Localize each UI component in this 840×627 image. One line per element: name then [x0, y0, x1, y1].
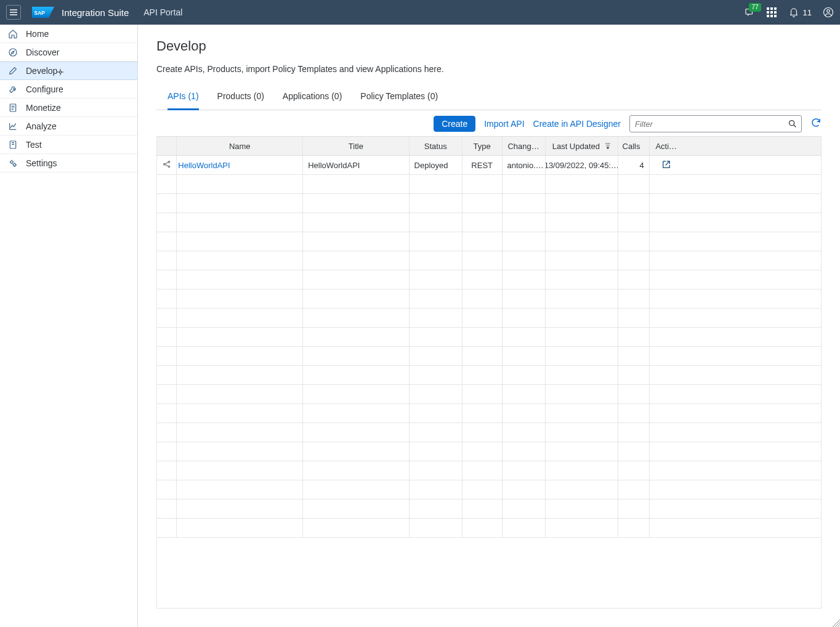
- tab-applications[interactable]: Applications (0): [283, 85, 342, 110]
- cell-name[interactable]: HelloWorldAPI: [177, 156, 303, 174]
- table-row-empty: [157, 519, 821, 538]
- col-changed-by[interactable]: Chang…: [503, 137, 546, 155]
- apps-button[interactable]: [766, 7, 777, 18]
- table-row[interactable]: HelloWorldAPI HelloWorldAPI Deployed RES…: [157, 156, 821, 175]
- col-name[interactable]: Name: [177, 137, 303, 155]
- page-title: Develop: [156, 38, 822, 54]
- search-icon[interactable]: [788, 119, 798, 129]
- cell-title: HelloWorldAPI: [303, 156, 409, 174]
- filter-input[interactable]: [635, 119, 788, 129]
- cell-status: Deployed: [410, 156, 462, 174]
- sidebar-item-label: Settings: [26, 158, 57, 168]
- sort-descending-icon: [605, 142, 611, 151]
- sidebar-item-test[interactable]: Test: [0, 136, 137, 154]
- refresh-button[interactable]: [810, 117, 822, 131]
- feedback-button[interactable]: 77: [744, 7, 755, 18]
- svg-rect-7: [770, 11, 773, 14]
- cell-changed-by: antonio.…: [503, 156, 546, 174]
- user-button[interactable]: [823, 7, 834, 18]
- table-row-empty: [157, 423, 821, 442]
- tab-products[interactable]: Products (0): [217, 85, 264, 110]
- svg-point-20: [790, 121, 794, 126]
- gears-icon: [7, 158, 18, 169]
- svg-point-21: [164, 163, 166, 165]
- filter-box[interactable]: [629, 115, 802, 132]
- create-designer-link[interactable]: Create in API Designer: [533, 119, 621, 129]
- toolbar: Create Import API Create in API Designer: [156, 115, 822, 132]
- table-row-empty: [157, 175, 821, 194]
- apis-table: Name Title Status Type Chang… Last Updat…: [156, 136, 822, 609]
- sidebar: Home Discover Develop Configure Monetize…: [0, 25, 138, 627]
- col-type[interactable]: Type: [462, 137, 503, 155]
- table-row-empty: [157, 289, 821, 309]
- chart-icon: [7, 121, 18, 132]
- table-row-empty: [157, 366, 821, 385]
- svg-rect-5: [774, 7, 777, 10]
- sidebar-item-label: Configure: [26, 84, 63, 94]
- svg-point-22: [168, 161, 170, 163]
- svg-point-14: [9, 49, 17, 56]
- table-row-empty: [157, 500, 821, 519]
- page-description: Create APIs, Products, import Policy Tem…: [156, 64, 822, 74]
- table-row-empty: [157, 309, 821, 328]
- notifications-button[interactable]: 11: [788, 7, 812, 18]
- svg-point-23: [168, 166, 170, 168]
- sidebar-item-home[interactable]: Home: [0, 25, 137, 43]
- svg-point-19: [14, 163, 16, 166]
- table-row-empty: [157, 251, 821, 270]
- cursor-icon: [56, 68, 65, 76]
- table-row-empty: [157, 347, 821, 366]
- col-last-updated[interactable]: Last Updated: [546, 137, 619, 155]
- menu-toggle-button[interactable]: [6, 5, 21, 20]
- import-api-link[interactable]: Import API: [484, 119, 524, 129]
- cell-actions[interactable]: [650, 156, 683, 174]
- col-status[interactable]: Status: [410, 137, 462, 155]
- api-name-link[interactable]: HelloWorldAPI: [178, 161, 230, 170]
- table-row-empty: [157, 404, 821, 423]
- table-row-empty: [157, 328, 821, 347]
- sidebar-item-label: Home: [26, 29, 49, 39]
- flask-icon: [7, 139, 18, 150]
- create-button[interactable]: Create: [434, 116, 475, 132]
- col-select[interactable]: [157, 137, 177, 155]
- cell-type: REST: [462, 156, 503, 174]
- table-row-empty: [157, 270, 821, 289]
- refresh-icon: [810, 117, 822, 128]
- hamburger-icon: [9, 7, 18, 17]
- sidebar-item-develop[interactable]: Develop: [0, 62, 137, 80]
- app-header: SAP Integration Suite API Portal 77 11: [0, 0, 840, 25]
- notification-count: 11: [803, 8, 812, 17]
- row-share[interactable]: [157, 156, 177, 174]
- col-title[interactable]: Title: [303, 137, 409, 155]
- share-icon: [162, 160, 171, 171]
- billing-icon: [7, 102, 18, 113]
- open-external-icon[interactable]: [661, 159, 672, 172]
- svg-rect-17: [10, 141, 15, 148]
- sidebar-item-settings[interactable]: Settings: [0, 154, 137, 172]
- svg-text:SAP: SAP: [34, 10, 46, 16]
- table-row-empty: [157, 461, 821, 480]
- table-row-empty: [157, 385, 821, 404]
- sidebar-item-discover[interactable]: Discover: [0, 43, 137, 62]
- col-actions[interactable]: Acti…: [650, 137, 683, 155]
- tab-apis[interactable]: APIs (1): [168, 85, 199, 110]
- wrench-icon: [7, 84, 18, 95]
- sap-logo: SAP: [32, 7, 54, 18]
- table-header: Name Title Status Type Chang… Last Updat…: [157, 136, 821, 156]
- svg-rect-6: [767, 11, 769, 14]
- brand-title: Integration Suite: [62, 7, 129, 18]
- tab-policy-templates[interactable]: Policy Templates (0): [360, 85, 438, 110]
- svg-rect-9: [767, 15, 769, 17]
- table-row-empty: [157, 232, 821, 251]
- resize-handle-icon[interactable]: [830, 617, 840, 627]
- sidebar-item-configure[interactable]: Configure: [0, 80, 137, 99]
- sidebar-item-label: Discover: [26, 47, 59, 57]
- svg-rect-8: [774, 11, 777, 14]
- sidebar-item-label: Analyze: [26, 121, 57, 131]
- header-subtitle: API Portal: [143, 7, 182, 17]
- svg-rect-4: [770, 7, 773, 10]
- col-calls[interactable]: Calls: [618, 137, 650, 155]
- sidebar-item-analyze[interactable]: Analyze: [0, 117, 137, 136]
- table-row-empty: [157, 194, 821, 213]
- sidebar-item-monetize[interactable]: Monetize: [0, 99, 137, 117]
